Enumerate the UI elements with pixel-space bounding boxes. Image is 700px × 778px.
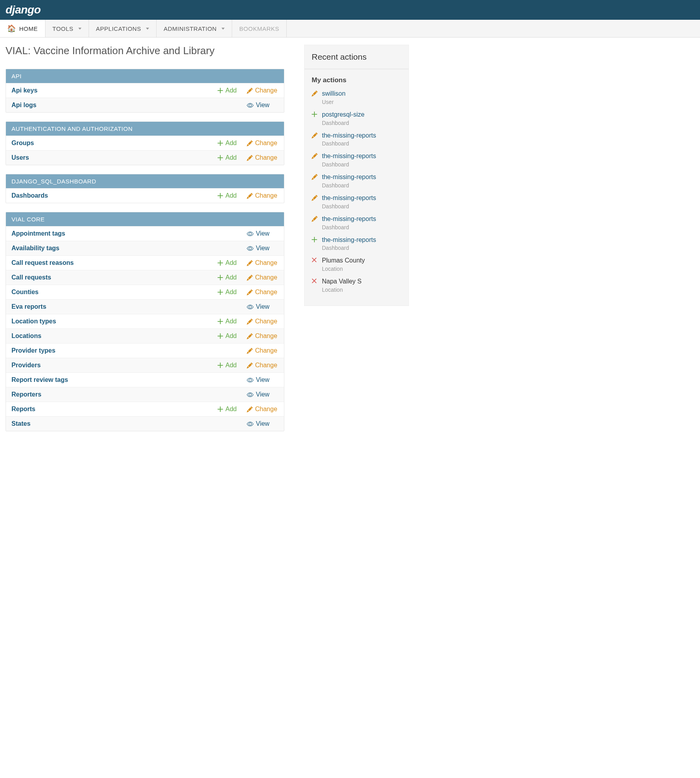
model-link[interactable]: Call request reasons <box>11 259 218 266</box>
pencil-icon <box>247 260 253 266</box>
model-row: UsersAddChange <box>6 150 284 165</box>
view-link[interactable]: View <box>247 245 278 252</box>
recent-action-name[interactable]: the-missing-reports <box>322 215 401 223</box>
view-link[interactable]: View <box>247 230 278 237</box>
recent-action-type: Dashboard <box>322 161 401 168</box>
recent-action-name[interactable]: postgresql-size <box>322 111 401 119</box>
recent-action-text: the-missing-reportsDashboard <box>322 173 401 189</box>
nav-tools[interactable]: TOOLS <box>45 20 89 37</box>
app-section-header[interactable]: AUTHENTICATION AND AUTHORIZATION <box>6 122 284 136</box>
model-row: CountiesAddChange <box>6 285 284 299</box>
recent-action-text: the-missing-reportsDashboard <box>322 215 401 230</box>
model-link[interactable]: Api keys <box>11 87 218 94</box>
add-link[interactable]: Add <box>218 154 246 161</box>
add-label: Add <box>225 289 236 296</box>
header-bar: django <box>0 0 700 20</box>
add-link[interactable]: Add <box>218 192 246 199</box>
recent-action-name[interactable]: the-missing-reports <box>322 152 401 161</box>
view-link[interactable]: View <box>247 420 278 427</box>
app-section: VIAL COREAppointment tagsViewAvailabilit… <box>6 212 284 431</box>
change-link[interactable]: Change <box>247 362 278 369</box>
view-label: View <box>256 303 269 310</box>
add-link[interactable]: Add <box>218 289 246 296</box>
model-link[interactable]: Api logs <box>11 102 218 109</box>
model-link[interactable]: Availability tags <box>11 245 218 252</box>
model-link[interactable]: Reports <box>11 406 218 413</box>
recent-action-name[interactable]: swillison <box>322 90 401 98</box>
change-link[interactable]: Change <box>247 347 278 354</box>
app-section-header[interactable]: VIAL CORE <box>6 212 284 226</box>
plus-icon <box>218 363 223 368</box>
nav-administration[interactable]: ADMINISTRATION <box>157 20 232 37</box>
recent-action-name[interactable]: the-missing-reports <box>322 236 401 244</box>
add-link[interactable]: Add <box>218 318 246 325</box>
model-link[interactable]: Call requests <box>11 274 218 281</box>
model-link[interactable]: Provider types <box>11 347 218 354</box>
change-link[interactable]: Change <box>247 154 278 161</box>
change-label: Change <box>255 347 277 354</box>
recent-action-text: Plumas CountyLocation <box>322 257 401 272</box>
change-link[interactable]: Change <box>247 274 278 281</box>
model-row: Location typesAddChange <box>6 314 284 329</box>
model-link[interactable]: States <box>11 420 218 427</box>
app-section-header[interactable]: DJANGO_SQL_DASHBOARD <box>6 174 284 188</box>
model-link[interactable]: Reporters <box>11 391 218 398</box>
app-section: DJANGO_SQL_DASHBOARDDashboardsAddChange <box>6 174 284 203</box>
change-link[interactable]: Change <box>247 318 278 325</box>
view-link[interactable]: View <box>247 303 278 310</box>
change-link[interactable]: Change <box>247 406 278 413</box>
recent-action-text: the-missing-reportsDashboard <box>322 194 401 210</box>
nav-home[interactable]: 🏠 HOME <box>0 20 45 37</box>
divider <box>305 69 409 69</box>
nav-applications[interactable]: APPLICATIONS <box>89 20 157 37</box>
plus-icon <box>218 319 223 324</box>
change-link[interactable]: Change <box>247 332 278 340</box>
plus-icon <box>218 289 223 295</box>
model-link[interactable]: Locations <box>11 332 218 340</box>
add-label: Add <box>225 274 236 281</box>
change-link[interactable]: Change <box>247 289 278 296</box>
nav-bookmarks[interactable]: BOOKMARKS <box>232 20 287 37</box>
logo[interactable]: django <box>6 4 41 16</box>
change-link[interactable]: Change <box>247 192 278 199</box>
eye-icon <box>247 230 254 237</box>
model-link[interactable]: Location types <box>11 318 218 325</box>
model-link[interactable]: Groups <box>11 140 218 147</box>
model-link[interactable]: Providers <box>11 362 218 369</box>
recent-action-item: the-missing-reportsDashboard <box>312 215 401 230</box>
change-link[interactable]: Change <box>247 140 278 147</box>
model-link[interactable]: Eva reports <box>11 303 218 310</box>
model-link[interactable]: Report review tags <box>11 376 218 383</box>
app-section: AUTHENTICATION AND AUTHORIZATIONGroupsAd… <box>6 121 284 165</box>
recent-action-text: the-missing-reportsDashboard <box>322 132 401 147</box>
recent-action-name[interactable]: the-missing-reports <box>322 132 401 140</box>
model-link[interactable]: Appointment tags <box>11 230 218 237</box>
pencil-icon <box>247 363 253 368</box>
add-link[interactable]: Add <box>218 274 246 281</box>
model-link[interactable]: Dashboards <box>11 192 218 199</box>
app-section-header[interactable]: API <box>6 69 284 83</box>
change-link[interactable]: Change <box>247 259 278 266</box>
add-link[interactable]: Add <box>218 140 246 147</box>
recent-action-name[interactable]: the-missing-reports <box>322 194 401 202</box>
model-link[interactable]: Users <box>11 154 218 161</box>
recent-action-name[interactable]: the-missing-reports <box>322 173 401 181</box>
model-row: Call request reasonsAddChange <box>6 255 284 270</box>
add-link[interactable]: Add <box>218 406 246 413</box>
add-link[interactable]: Add <box>218 362 246 369</box>
model-row: StatesView <box>6 416 284 431</box>
model-row: Availability tagsView <box>6 241 284 255</box>
view-link[interactable]: View <box>247 102 278 109</box>
recent-action-type: Location <box>322 266 401 272</box>
pencil-icon <box>247 275 253 281</box>
add-link[interactable]: Add <box>218 87 246 94</box>
change-link[interactable]: Change <box>247 87 278 94</box>
view-link[interactable]: View <box>247 376 278 383</box>
recent-actions-title: Recent actions <box>312 52 401 62</box>
add-link[interactable]: Add <box>218 332 246 340</box>
model-link[interactable]: Counties <box>11 289 218 296</box>
left-column: VIAL: Vaccine Information Archive and Li… <box>6 45 284 440</box>
nav-administration-label: ADMINISTRATION <box>164 25 217 32</box>
view-link[interactable]: View <box>247 391 278 398</box>
add-link[interactable]: Add <box>218 259 246 266</box>
